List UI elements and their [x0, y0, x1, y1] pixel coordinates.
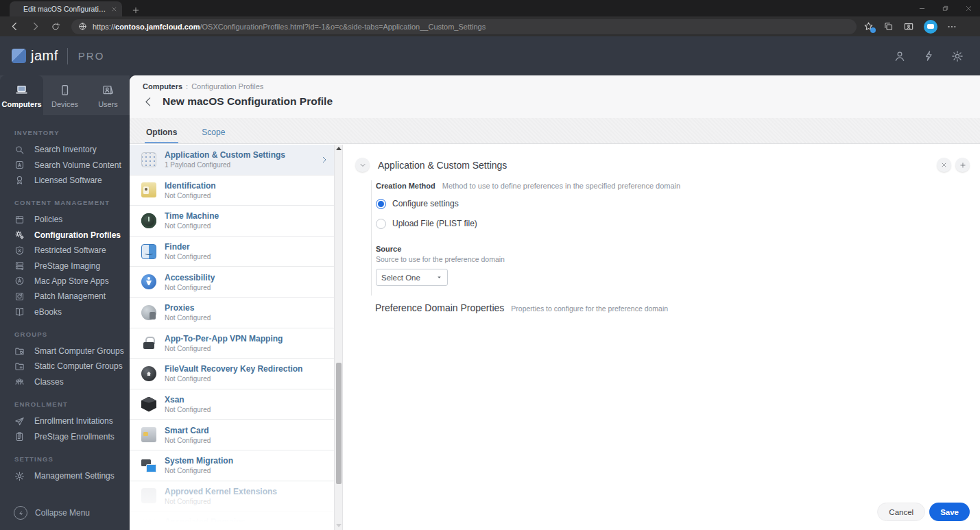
policies-icon — [14, 215, 26, 225]
payload-row-approved-kernel-extensions[interactable]: Approved Kernel Extensions Not Configure… — [130, 481, 334, 512]
sidebar-item-management-settings[interactable]: Management Settings — [14, 468, 130, 483]
save-button[interactable]: Save — [929, 503, 970, 521]
sidebar-item-prestage-enrollments[interactable]: PreStage Enrollments — [14, 429, 130, 444]
radio-button[interactable] — [376, 219, 386, 229]
payload-title: Application & Custom Settings — [165, 150, 285, 160]
window-close-button[interactable] — [957, 0, 980, 16]
radio-option-upload-file-plist-file-[interactable]: Upload File (PLIST file) — [376, 217, 980, 230]
xsan-icon — [141, 397, 156, 412]
sidebar-item-label: eBooks — [34, 307, 62, 317]
back-button[interactable] — [143, 96, 154, 108]
context-tab-computers[interactable]: Computers — [0, 75, 43, 115]
scroll-up-arrow-icon[interactable] — [336, 147, 342, 150]
window-restore-button[interactable] — [933, 0, 957, 16]
sidebar-item-policies[interactable]: Policies — [14, 212, 130, 227]
scroll-down-arrow-icon[interactable] — [336, 524, 342, 527]
sidebar-item-search-inventory[interactable]: Search Inventory — [14, 142, 130, 157]
payload-row-associated-domains[interactable]: Associated Domains Not Configured — [130, 511, 334, 530]
payload-status: Not Configured — [165, 406, 211, 413]
add-payload-button[interactable] — [955, 158, 970, 172]
payload-row-smart-card[interactable]: Smart Card Not Configured — [130, 420, 334, 450]
sidebar-item-ebooks[interactable]: eBooks — [14, 304, 130, 320]
payload-row-app-to-per-app-vpn-mapping[interactable]: App-To-Per-App VPN Mapping Not Configure… — [130, 328, 334, 359]
payload-row-finder[interactable]: Finder Not Configured — [130, 237, 334, 267]
context-tab-label: Computers — [1, 100, 41, 108]
sidebar-item-classes[interactable]: Classes — [14, 374, 130, 389]
browser-menu-icon[interactable] — [947, 22, 957, 32]
browser-tab-bar: Edit macOS Configuration Profile — [0, 0, 980, 16]
breadcrumb-current[interactable]: Configuration Profiles — [191, 82, 263, 91]
context-tab-devices[interactable]: Devices — [43, 75, 86, 115]
new-tab-button[interactable] — [132, 6, 140, 14]
preference-domain-properties-description: Properties to configure for the preferen… — [511, 304, 668, 313]
browser-back-button[interactable] — [4, 18, 25, 36]
sidebar-item-search-volume-content[interactable]: Search Volume Content — [14, 157, 130, 172]
browser-forward-button[interactable] — [25, 18, 45, 36]
quick-actions-icon[interactable] — [921, 49, 936, 64]
remove-payload-button[interactable] — [937, 158, 951, 172]
url-text: https://contoso.jamfcloud.com/OSXConfigu… — [93, 23, 486, 31]
collapse-section-button[interactable] — [355, 158, 370, 172]
payload-row-application-custom-settings[interactable]: Application & Custom Settings 1 Payload … — [130, 145, 334, 176]
payload-row-time-machine[interactable]: Time Machine Not Configured — [130, 206, 334, 237]
cancel-button[interactable]: Cancel — [877, 503, 925, 521]
tab-close-icon[interactable] — [111, 6, 117, 12]
collections-icon[interactable] — [883, 21, 894, 32]
caret-down-icon — [436, 274, 442, 280]
payload-row-identification[interactable]: Identification Not Configured — [130, 176, 334, 206]
server-icon — [14, 261, 26, 271]
sidebar-item-enrollment-invitations[interactable]: Enrollment Invitations — [14, 413, 130, 429]
app-store-icon — [14, 276, 26, 286]
profile-avatar[interactable] — [924, 20, 937, 34]
payload-scrollbar[interactable] — [334, 145, 343, 530]
source-label: Source — [376, 245, 980, 253]
account-icon[interactable] — [892, 49, 907, 64]
payload-row-proxies[interactable]: Proxies Not Configured — [130, 298, 334, 328]
sidebar-item-restricted-software[interactable]: Restricted Software — [14, 243, 130, 258]
payload-row-filevault-recovery-key-redirection[interactable]: FileVault Recovery Key Redirection Not C… — [130, 359, 334, 389]
jamf-logo[interactable]: jamf PRO — [12, 48, 104, 64]
context-tab-users[interactable]: Users — [86, 75, 130, 115]
sidebar-item-patch-management[interactable]: Patch Management — [14, 289, 130, 304]
sidebar-item-configuration-profiles[interactable]: Configuration Profiles — [14, 228, 130, 243]
scrollbar-thumb[interactable] — [336, 363, 342, 484]
settings-gear-icon[interactable] — [950, 49, 965, 64]
sidebar-item-label: Classes — [34, 377, 64, 387]
sidebar-item-label: Management Settings — [34, 471, 115, 481]
sidebar-item-smart-computer-groups[interactable]: Smart Computer Groups — [14, 344, 130, 359]
payload-title: Accessibility — [165, 273, 215, 282]
payload-list: Application & Custom Settings 1 Payload … — [130, 145, 334, 530]
accessibility-icon — [141, 274, 156, 289]
share-person-icon[interactable] — [903, 21, 914, 32]
sidebar-item-mac-app-store-apps[interactable]: Mac App Store Apps — [14, 274, 130, 289]
tab-options[interactable]: Options — [146, 128, 177, 143]
toolbar-icons — [863, 20, 957, 34]
browser-refresh-button[interactable] — [45, 18, 66, 36]
payload-detail-panel: Application & Custom Settings Creation M… — [343, 145, 980, 530]
jamf-logo-text: jamf — [31, 48, 58, 64]
favorites-star-icon[interactable] — [863, 21, 874, 32]
collapse-menu-button[interactable]: Collapse Menu — [14, 506, 90, 520]
site-globe-icon — [78, 22, 87, 31]
payload-title: FileVault Recovery Key Redirection — [165, 364, 302, 374]
window-controls — [910, 0, 980, 16]
radio-button[interactable] — [376, 199, 386, 209]
folder-sync-icon — [14, 346, 26, 357]
window-minimize-button[interactable] — [910, 0, 933, 16]
clipboard-icon — [14, 431, 26, 442]
radio-option-configure-settings[interactable]: Configure settings — [376, 197, 980, 210]
payload-row-xsan[interactable]: Xsan Not Configured — [130, 389, 334, 420]
browser-tab[interactable]: Edit macOS Configuration Profile — [10, 1, 122, 16]
search-icon — [14, 145, 26, 155]
breadcrumb-root[interactable]: Computers — [143, 82, 182, 91]
tab-scope[interactable]: Scope — [202, 128, 225, 143]
payload-title: Identification — [165, 181, 216, 191]
payload-row-accessibility[interactable]: Accessibility Not Configured — [130, 267, 334, 298]
payload-row-system-migration[interactable]: System Migration Not Configured — [130, 450, 334, 481]
sidebar-item-licensed-software[interactable]: Licensed Software — [14, 173, 130, 188]
address-bar[interactable]: https://contoso.jamfcloud.com/OSXConfigu… — [71, 19, 857, 34]
sidebar-item-static-computer-groups[interactable]: Static Computer Groups — [14, 359, 130, 374]
sidebar-item-prestage-imaging[interactable]: PreStage Imaging — [14, 258, 130, 273]
sidebar: INVENTORY Search Inventory Search Volume… — [0, 115, 130, 530]
source-select[interactable]: Select One — [376, 269, 448, 286]
